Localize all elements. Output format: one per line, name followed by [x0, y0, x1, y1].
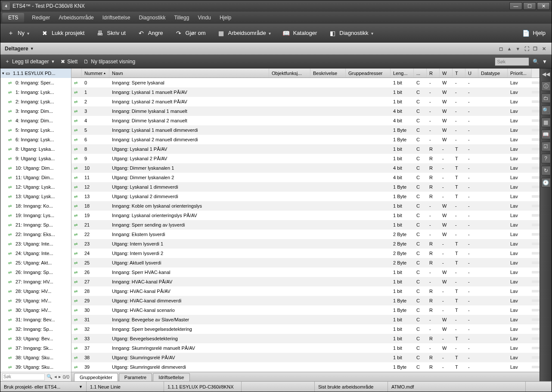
table-row[interactable]: 4Inngang: Dimme lyskanal 2 manuelt4 bitC…: [71, 116, 540, 125]
tab-commissioning[interactable]: Idriftsettelse: [153, 373, 189, 381]
col-c[interactable]: ...: [414, 68, 427, 78]
tree-item[interactable]: 18: Inngang: Ko...: [0, 201, 71, 211]
folder-icon[interactable]: 🗀: [541, 93, 551, 103]
col-group[interactable]: Gruppeadresser: [346, 68, 391, 78]
tree-item[interactable]: 22: Inngang: Eks...: [0, 230, 71, 239]
tree-item[interactable]: 31: Inngang: Bev...: [0, 315, 71, 324]
table-row[interactable]: 3Inngang: Dimme lyskanal 1 manuelt4 bitC…: [71, 106, 540, 116]
close-button[interactable]: ✕: [537, 2, 550, 10]
panel-close-icon[interactable]: ✕: [540, 46, 547, 52]
menu-item[interactable]: Rediger: [28, 13, 54, 22]
search-icon[interactable]: 🔍: [541, 106, 551, 115]
next-icon[interactable]: ▸: [59, 374, 61, 380]
tree-search-input[interactable]: [2, 373, 45, 380]
tree-item[interactable]: 3: Inngang: Dim...: [0, 106, 71, 116]
menu-item[interactable]: Diagnostikk: [134, 13, 170, 22]
maximize-button[interactable]: ☐: [523, 2, 536, 10]
grid-body[interactable]: 0Inngang: Sperre lyskanal1 bitC-W--Lav1I…: [71, 78, 540, 372]
help-button[interactable]: 📄Hjelp: [519, 27, 548, 39]
table-row[interactable]: 31Inngang: Bevegelse av Slave/Master1 bi…: [71, 315, 540, 324]
tree-item[interactable]: 5: Inngang: Lysk...: [0, 125, 71, 135]
tab-parameters[interactable]: Parametre: [119, 373, 152, 381]
undo-button[interactable]: ↶Angre: [134, 27, 166, 39]
tree-item[interactable]: 24: Utgang: Inte...: [0, 249, 71, 258]
tree-item[interactable]: 23: Utgang: Inte...: [0, 239, 71, 249]
catalogs-button[interactable]: 📖Kataloger: [279, 27, 320, 39]
tree-item[interactable]: 30: Utgang: HV...: [0, 305, 71, 315]
redo-button[interactable]: ↷Gjør om: [172, 27, 208, 39]
new-view-button[interactable]: 🗋Ny tilpasset visning: [84, 59, 135, 65]
table-row[interactable]: 37Inngang: Skumringsrelé manuelt PÅ/AV1 …: [71, 343, 540, 353]
col-length[interactable]: Leng...: [391, 68, 414, 78]
panel-new-window-icon[interactable]: ◻: [497, 46, 504, 52]
help-icon[interactable]: ?: [541, 154, 551, 163]
table-row[interactable]: 11Utgang: Dimmer lyskanalen 24 bitCR-T-L…: [71, 173, 540, 182]
delete-button[interactable]: ✖Slett: [61, 59, 78, 65]
tree-item[interactable]: 27: Inngang: HV...: [0, 277, 71, 286]
table-row[interactable]: 8Utgang: Lyskanal 1 PÅ/AV1 bitCR-T-Lav: [71, 144, 540, 154]
chevron-down-icon[interactable]: ▾: [515, 46, 521, 52]
info-icon[interactable]: ⓘ: [541, 81, 551, 91]
table-row[interactable]: 6Inngang: Lyskanal 2 manuell dimmeverdi1…: [71, 135, 540, 144]
table-row[interactable]: 39Utgang: Skumringsrelé dimmeverdi1 Byte…: [71, 362, 540, 372]
grid-header[interactable]: Nummer▴ Navn Objektfunksj... Beskrivelse…: [71, 68, 540, 78]
table-row[interactable]: 2Inngang: Lyskanal 2 manuelt PÅ/AV1 bitC…: [71, 97, 540, 106]
table-row[interactable]: 9Utgang: Lyskanal 2 PÅ/AV1 bitCR-T-Lav: [71, 154, 540, 163]
tree-item[interactable]: 0: Inngang: Sper...: [0, 78, 71, 87]
table-row[interactable]: 1Inngang: Lyskanal 1 manuelt PÅ/AV1 bitC…: [71, 87, 540, 97]
col-function[interactable]: Objektfunksj...: [269, 68, 310, 78]
tree-item[interactable]: 10: Utgang: Dim...: [0, 163, 71, 173]
table-row[interactable]: 21Inngang: Sperr sending av lysverdi1 bi…: [71, 220, 540, 230]
col-priority[interactable]: Priorit...: [508, 68, 532, 78]
tree-view[interactable]: ▾ ▭ 1.1.1 ESYLUX PD... 0: Inngang: Sper.…: [0, 68, 71, 381]
table-row[interactable]: 24Utgang: Intern lysverdi 22 ByteCR-T-La…: [71, 249, 540, 258]
panel-maximize-icon[interactable]: ⛶: [523, 46, 530, 52]
table-row[interactable]: 22Inngang: Ekstern lysverdi2 ByteC-W--La…: [71, 230, 540, 239]
table-row[interactable]: 10Utgang: Dimmer lyskanalen 14 bitCR-T-L…: [71, 163, 540, 173]
tree-item[interactable]: 29: Utgang: HV...: [0, 296, 71, 305]
table-row[interactable]: 28Utgang: HVAC-kanal PÅ/AV1 bitCR-T-Lav: [71, 286, 540, 296]
table-row[interactable]: 33Utgang: Bevegelsesdetektering1 bitCR-T…: [71, 334, 540, 343]
tree-item[interactable]: 32: Inngang: Sp...: [0, 324, 71, 334]
menu-item[interactable]: Vindu: [193, 13, 215, 22]
table-row[interactable]: 38Utgang: Skumringsrelé PÅ/AV1 bitCR-T-L…: [71, 353, 540, 362]
tree-item[interactable]: 21: Inngang: Sp...: [0, 220, 71, 230]
tree-root[interactable]: ▾ ▭ 1.1.1 ESYLUX PD...: [0, 68, 71, 78]
filter-icon[interactable]: ▼: [542, 59, 547, 65]
col-u[interactable]: U: [465, 68, 478, 78]
tree-item[interactable]: 26: Inngang: Sp...: [0, 268, 71, 277]
collapse-icon[interactable]: ◀◀: [542, 71, 550, 77]
diagnostics-button[interactable]: ◧Diagnostikk: [326, 27, 375, 39]
search-icon[interactable]: 🔍: [533, 59, 539, 65]
col-w[interactable]: W: [440, 68, 453, 78]
col-description[interactable]: Beskrivelse: [310, 68, 346, 78]
menu-item[interactable]: Arbeidsområde: [54, 13, 98, 22]
search-input[interactable]: [495, 57, 529, 66]
tree-item[interactable]: 38: Utgang: Sku...: [0, 353, 71, 362]
menu-item[interactable]: Hjelp: [215, 13, 236, 22]
table-row[interactable]: 27Inngang: HVAC-kanal PÅ/AV1 bitC-W--Lav: [71, 277, 540, 286]
table-row[interactable]: 29Utgang: HVAC-kanal dimmeverdi1 ByteCR-…: [71, 296, 540, 305]
workspace-button[interactable]: ▦Arbeidsområde: [214, 27, 273, 39]
table-row[interactable]: 13Utgang: Lyskanal 2 dimmeverdi1 ByteCR-…: [71, 192, 540, 201]
search-icon[interactable]: 🔍: [47, 374, 53, 380]
tree-item[interactable]: 9: Utgang: Lyska...: [0, 154, 71, 163]
add-participant-button[interactable]: ＋Legg til deltager▼: [5, 58, 55, 65]
tree-item[interactable]: 1: Inngang: Lysk...: [0, 87, 71, 97]
tree-item[interactable]: 8: Utgang: Lyska...: [0, 144, 71, 154]
table-row[interactable]: 18Inngang: Koble om lyskanal orientering…: [71, 201, 540, 211]
table-row[interactable]: 30Utgang: HVAC-kanal scenario1 ByteCR-T-…: [71, 305, 540, 315]
panel-up-icon[interactable]: ▲: [506, 46, 513, 52]
new-button[interactable]: ＋Ny: [4, 27, 32, 39]
tree-item[interactable]: 6: Inngang: Lysk...: [0, 135, 71, 144]
windows-icon[interactable]: ▦: [541, 118, 551, 127]
tree-item[interactable]: 37: Inngang: Sk...: [0, 343, 71, 353]
table-row[interactable]: 26Inngang: Sperr HVAC-kanal1 bitC-W--Lav: [71, 268, 540, 277]
table-row[interactable]: 19Inngang: Lyskanal orienteringslys PÅ/A…: [71, 211, 540, 220]
minimize-button[interactable]: —: [509, 2, 522, 10]
close-project-button[interactable]: ✖Lukk prosjekt: [38, 27, 87, 39]
tree-item[interactable]: 33: Utgang: Bev...: [0, 334, 71, 343]
book-icon[interactable]: 📖: [541, 130, 551, 139]
refresh-icon[interactable]: ↻: [541, 166, 551, 175]
menu-ets[interactable]: ETS: [2, 13, 24, 22]
